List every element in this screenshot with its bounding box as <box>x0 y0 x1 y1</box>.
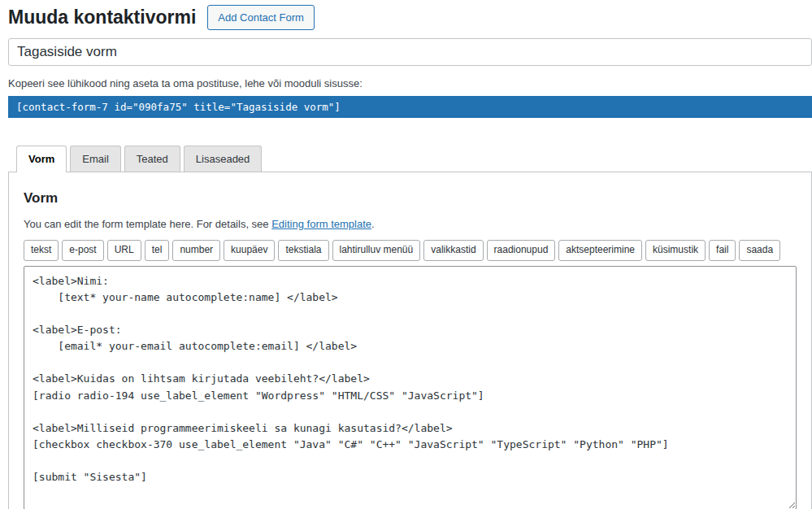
contact-form-edit-page: Muuda kontaktivormi Add Contact Form Kop… <box>0 0 812 509</box>
help-text: You can edit the form template here. For… <box>24 218 271 230</box>
tag-button-tel[interactable]: tel <box>145 240 170 261</box>
tag-button-url[interactable]: URL <box>107 240 141 261</box>
tag-button-e-post[interactable]: e-post <box>62 240 103 261</box>
tab-vorm[interactable]: Vorm <box>16 146 67 172</box>
add-contact-form-button[interactable]: Add Contact Form <box>207 5 315 30</box>
shortcode-instruction: Kopeeri see lühikood ning aseta ta oma p… <box>8 77 812 89</box>
tab-email[interactable]: Email <box>70 146 121 172</box>
tag-button-raadionupud[interactable]: raadionupud <box>487 240 556 261</box>
form-title-input[interactable] <box>8 38 812 66</box>
form-editor: VormEmailTeatedLisaseaded Vorm You can e… <box>8 146 812 509</box>
editing-form-template-link[interactable]: Editing form template <box>271 218 371 230</box>
shortcode-text: [contact-form-7 id="090fa75" title="Taga… <box>16 101 341 113</box>
tag-button-aktsepteerimine[interactable]: aktsepteerimine <box>558 240 642 261</box>
form-template-textarea[interactable]: <label>Nimi: [text* your-name autocomple… <box>24 266 797 509</box>
panel-heading: Vorm <box>24 190 797 207</box>
tab-lisaseaded[interactable]: Lisaseaded <box>184 146 263 172</box>
editor-tabs: VormEmailTeatedLisaseaded <box>16 146 812 172</box>
tag-button-fail[interactable]: fail <box>709 240 736 261</box>
tag-button-kuupäev[interactable]: kuupäev <box>224 240 275 261</box>
page-header: Muuda kontaktivormi Add Contact Form <box>8 5 812 30</box>
form-panel: Vorm You can edit the form template here… <box>8 172 812 509</box>
tag-button-number[interactable]: number <box>172 240 220 261</box>
tag-button-valikkastid[interactable]: valikkastid <box>423 240 483 261</box>
tag-button-saada[interactable]: saada <box>739 240 780 261</box>
tag-button-tekst[interactable]: tekst <box>24 240 59 261</box>
shortcode-field[interactable]: [contact-form-7 id="090fa75" title="Taga… <box>8 96 812 118</box>
tag-button-tekstiala[interactable]: tekstiala <box>278 240 328 261</box>
tag-generator-row: tekste-postURLtelnumberkuupäevtekstialal… <box>24 240 797 261</box>
page-title: Muuda kontaktivormi <box>8 6 196 30</box>
tab-teated[interactable]: Teated <box>124 146 180 172</box>
help-paragraph: You can edit the form template here. For… <box>24 218 797 230</box>
tag-button-küsimustik[interactable]: küsimustik <box>645 240 706 261</box>
help-text-period: . <box>371 218 375 230</box>
tag-button-lahtirulluv-menüü[interactable]: lahtirulluv menüü <box>332 240 421 261</box>
